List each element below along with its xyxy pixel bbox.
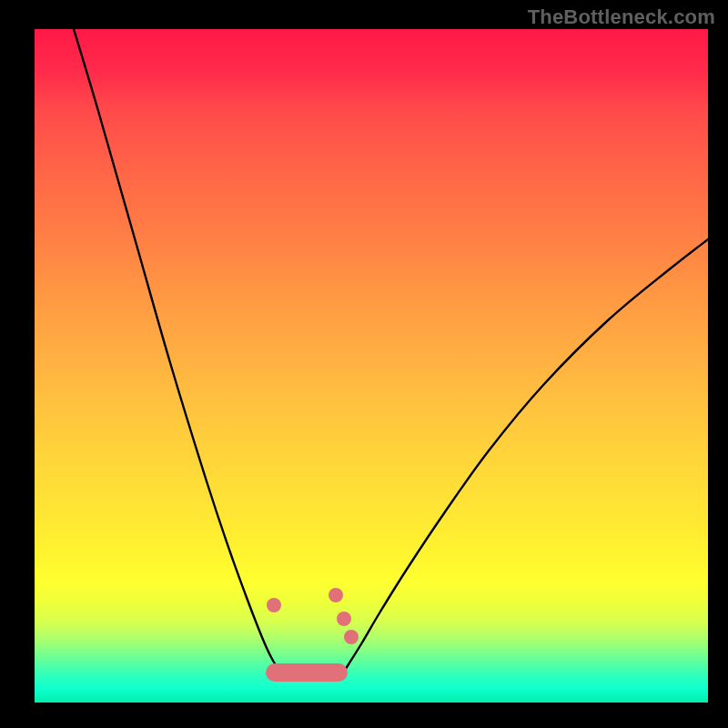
watermark-label: TheBottleneck.com [528,5,715,29]
curve-overlay [35,29,708,703]
marker-dot [344,630,359,644]
curve-right-curve [340,237,708,677]
plot-area [35,29,708,703]
marker-dot [267,598,281,612]
curve-left-curve [71,29,285,677]
marker-dot [337,612,351,626]
marker-dot [329,588,343,602]
chart-frame: TheBottleneck.com [0,0,728,728]
